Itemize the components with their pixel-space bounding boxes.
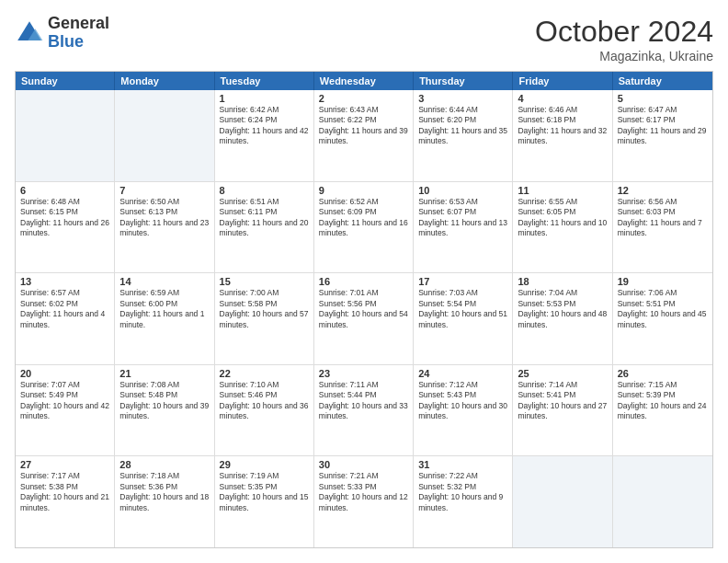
weekday-header-wednesday: Wednesday	[314, 72, 414, 90]
day-number: 23	[319, 368, 408, 379]
day-number: 20	[20, 368, 109, 379]
day-info: Sunrise: 7:19 AM Sunset: 5:35 PM Dayligh…	[220, 471, 309, 513]
calendar-body: 1Sunrise: 6:42 AM Sunset: 6:24 PM Daylig…	[16, 90, 712, 547]
day-cell-7: 7Sunrise: 6:50 AM Sunset: 6:13 PM Daylig…	[115, 182, 214, 273]
day-cell-14: 14Sunrise: 6:59 AM Sunset: 6:00 PM Dayli…	[115, 273, 214, 364]
day-cell-26: 26Sunrise: 7:15 AM Sunset: 5:39 PM Dayli…	[613, 365, 712, 456]
calendar-row-5: 27Sunrise: 7:17 AM Sunset: 5:38 PM Dayli…	[16, 455, 712, 547]
day-cell-19: 19Sunrise: 7:06 AM Sunset: 5:51 PM Dayli…	[613, 273, 712, 364]
day-number: 29	[220, 459, 309, 470]
empty-cell	[513, 456, 612, 547]
day-info: Sunrise: 6:55 AM Sunset: 6:05 PM Dayligh…	[518, 197, 607, 239]
day-number: 31	[418, 459, 507, 470]
day-info: Sunrise: 6:43 AM Sunset: 6:22 PM Dayligh…	[319, 105, 408, 147]
day-info: Sunrise: 6:53 AM Sunset: 6:07 PM Dayligh…	[418, 197, 507, 239]
day-cell-16: 16Sunrise: 7:01 AM Sunset: 5:56 PM Dayli…	[314, 273, 414, 364]
calendar: SundayMondayTuesdayWednesdayThursdayFrid…	[15, 71, 713, 548]
day-number: 13	[20, 276, 109, 287]
day-info: Sunrise: 6:51 AM Sunset: 6:11 PM Dayligh…	[220, 197, 309, 239]
day-number: 3	[418, 93, 507, 104]
day-cell-27: 27Sunrise: 7:17 AM Sunset: 5:38 PM Dayli…	[16, 456, 115, 547]
calendar-row-3: 13Sunrise: 6:57 AM Sunset: 6:02 PM Dayli…	[16, 272, 712, 364]
logo-text: General Blue	[48, 15, 109, 52]
day-info: Sunrise: 6:42 AM Sunset: 6:24 PM Dayligh…	[220, 105, 309, 147]
day-cell-18: 18Sunrise: 7:04 AM Sunset: 5:53 PM Dayli…	[513, 273, 612, 364]
day-info: Sunrise: 7:14 AM Sunset: 5:41 PM Dayligh…	[518, 380, 607, 422]
day-number: 28	[119, 459, 209, 470]
empty-cell	[16, 90, 115, 181]
day-info: Sunrise: 6:48 AM Sunset: 6:15 PM Dayligh…	[20, 197, 109, 239]
day-info: Sunrise: 7:11 AM Sunset: 5:44 PM Dayligh…	[319, 380, 408, 422]
empty-cell	[115, 90, 214, 181]
day-cell-1: 1Sunrise: 6:42 AM Sunset: 6:24 PM Daylig…	[215, 90, 314, 181]
day-number: 14	[119, 276, 209, 287]
day-info: Sunrise: 7:07 AM Sunset: 5:49 PM Dayligh…	[20, 380, 109, 422]
day-info: Sunrise: 6:52 AM Sunset: 6:09 PM Dayligh…	[319, 197, 408, 239]
day-number: 22	[220, 368, 309, 379]
day-number: 10	[418, 185, 507, 196]
day-number: 5	[618, 93, 708, 104]
day-number: 7	[119, 185, 209, 196]
day-cell-31: 31Sunrise: 7:22 AM Sunset: 5:32 PM Dayli…	[414, 456, 513, 547]
day-cell-23: 23Sunrise: 7:11 AM Sunset: 5:44 PM Dayli…	[314, 365, 414, 456]
day-cell-22: 22Sunrise: 7:10 AM Sunset: 5:46 PM Dayli…	[215, 365, 314, 456]
logo-blue: Blue	[48, 33, 109, 52]
day-info: Sunrise: 7:03 AM Sunset: 5:54 PM Dayligh…	[418, 288, 507, 330]
day-info: Sunrise: 6:57 AM Sunset: 6:02 PM Dayligh…	[20, 288, 109, 330]
day-cell-13: 13Sunrise: 6:57 AM Sunset: 6:02 PM Dayli…	[16, 273, 115, 364]
day-cell-20: 20Sunrise: 7:07 AM Sunset: 5:49 PM Dayli…	[16, 365, 115, 456]
weekday-header-tuesday: Tuesday	[215, 72, 314, 90]
calendar-header: SundayMondayTuesdayWednesdayThursdayFrid…	[16, 72, 712, 90]
day-info: Sunrise: 6:47 AM Sunset: 6:17 PM Dayligh…	[618, 105, 708, 147]
day-number: 8	[220, 185, 309, 196]
calendar-row-1: 1Sunrise: 6:42 AM Sunset: 6:24 PM Daylig…	[16, 90, 712, 181]
day-info: Sunrise: 7:21 AM Sunset: 5:33 PM Dayligh…	[319, 471, 408, 513]
day-info: Sunrise: 7:15 AM Sunset: 5:39 PM Dayligh…	[618, 380, 708, 422]
day-number: 18	[518, 276, 607, 287]
day-info: Sunrise: 7:00 AM Sunset: 5:58 PM Dayligh…	[220, 288, 309, 330]
day-info: Sunrise: 7:17 AM Sunset: 5:38 PM Dayligh…	[20, 471, 109, 513]
day-number: 4	[518, 93, 607, 104]
day-cell-11: 11Sunrise: 6:55 AM Sunset: 6:05 PM Dayli…	[513, 182, 612, 273]
day-number: 16	[319, 276, 408, 287]
day-number: 26	[618, 368, 708, 379]
day-number: 27	[20, 459, 109, 470]
day-cell-25: 25Sunrise: 7:14 AM Sunset: 5:41 PM Dayli…	[513, 365, 612, 456]
day-number: 17	[418, 276, 507, 287]
header: General Blue October 2024 Magazinka, Ukr…	[15, 15, 713, 63]
day-cell-15: 15Sunrise: 7:00 AM Sunset: 5:58 PM Dayli…	[215, 273, 314, 364]
day-info: Sunrise: 6:44 AM Sunset: 6:20 PM Dayligh…	[418, 105, 507, 147]
day-number: 1	[220, 93, 309, 104]
day-cell-2: 2Sunrise: 6:43 AM Sunset: 6:22 PM Daylig…	[314, 90, 414, 181]
day-cell-4: 4Sunrise: 6:46 AM Sunset: 6:18 PM Daylig…	[513, 90, 612, 181]
day-info: Sunrise: 7:08 AM Sunset: 5:48 PM Dayligh…	[119, 380, 209, 422]
day-number: 30	[319, 459, 408, 470]
day-number: 15	[220, 276, 309, 287]
day-cell-12: 12Sunrise: 6:56 AM Sunset: 6:03 PM Dayli…	[613, 182, 712, 273]
logo: General Blue	[15, 15, 109, 52]
day-cell-21: 21Sunrise: 7:08 AM Sunset: 5:48 PM Dayli…	[115, 365, 214, 456]
day-info: Sunrise: 6:59 AM Sunset: 6:00 PM Dayligh…	[119, 288, 209, 330]
day-cell-9: 9Sunrise: 6:52 AM Sunset: 6:09 PM Daylig…	[314, 182, 414, 273]
weekday-header-monday: Monday	[115, 72, 214, 90]
day-cell-5: 5Sunrise: 6:47 AM Sunset: 6:17 PM Daylig…	[613, 90, 712, 181]
weekday-header-saturday: Saturday	[613, 72, 712, 90]
weekday-header-sunday: Sunday	[16, 72, 115, 90]
day-cell-3: 3Sunrise: 6:44 AM Sunset: 6:20 PM Daylig…	[414, 90, 513, 181]
logo-icon	[15, 18, 44, 48]
day-info: Sunrise: 6:46 AM Sunset: 6:18 PM Dayligh…	[518, 105, 607, 147]
weekday-header-friday: Friday	[513, 72, 612, 90]
day-number: 25	[518, 368, 607, 379]
day-number: 24	[418, 368, 507, 379]
day-info: Sunrise: 7:06 AM Sunset: 5:51 PM Dayligh…	[618, 288, 708, 330]
day-info: Sunrise: 6:56 AM Sunset: 6:03 PM Dayligh…	[618, 197, 708, 239]
day-info: Sunrise: 7:12 AM Sunset: 5:43 PM Dayligh…	[418, 380, 507, 422]
day-info: Sunrise: 7:18 AM Sunset: 5:36 PM Dayligh…	[119, 471, 209, 513]
day-cell-29: 29Sunrise: 7:19 AM Sunset: 5:35 PM Dayli…	[215, 456, 314, 547]
day-info: Sunrise: 7:10 AM Sunset: 5:46 PM Dayligh…	[220, 380, 309, 422]
month-title: October 2024	[535, 15, 713, 49]
day-cell-6: 6Sunrise: 6:48 AM Sunset: 6:15 PM Daylig…	[16, 182, 115, 273]
day-number: 6	[20, 185, 109, 196]
day-number: 2	[319, 93, 408, 104]
calendar-row-2: 6Sunrise: 6:48 AM Sunset: 6:15 PM Daylig…	[16, 181, 712, 273]
